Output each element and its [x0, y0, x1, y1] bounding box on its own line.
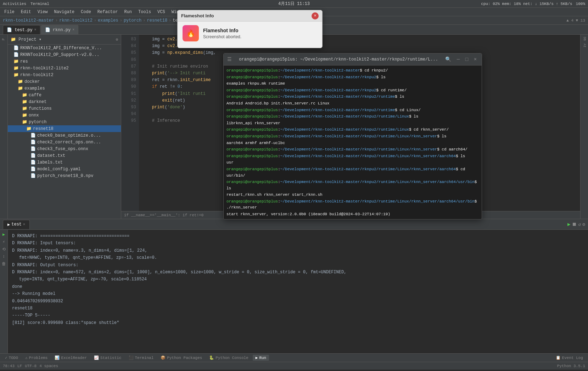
- tree-check3[interactable]: 📄check3_fuse_ops.onnx: [8, 145, 121, 152]
- tree-label: res: [20, 59, 28, 64]
- terminal-label[interactable]: Terminal: [30, 2, 49, 6]
- tree-label: docker: [24, 79, 40, 84]
- line-numbers: 83 84 85 86 87 88 89 90 91 92 93 94 95: [121, 35, 139, 211]
- sidebar-project-icon[interactable]: P: [1, 37, 6, 42]
- bottom-tab-python-packages[interactable]: 📦 Python Packages: [158, 355, 205, 361]
- bottom-tab-problems[interactable]: ⚠ Problems: [22, 355, 50, 361]
- tree-caffe[interactable]: 📁caffe: [8, 92, 121, 98]
- tree-label: RKNNToolKit2_API_Difference_V...: [20, 46, 102, 51]
- bottom-tab-event-log[interactable]: 📋 Event Log: [553, 355, 586, 361]
- breadcrumb-item-2[interactable]: rknn-toolkit2: [59, 18, 93, 23]
- run-bar-wrap[interactable]: ⟲: [2, 247, 6, 252]
- term-line-18: restart_rknn.sh rknn_server start_rknn.s…: [226, 192, 479, 198]
- tree-label: pytorch: [29, 120, 46, 125]
- project-tree: 📁 Project ▾ ⚙ 📄RKNNToolKit2_API_Differen…: [8, 35, 121, 219]
- run-settings-icon[interactable]: ⚙: [582, 222, 585, 227]
- tree-examples[interactable]: 📁examples: [8, 85, 121, 92]
- menu-edit[interactable]: Edit: [18, 9, 34, 15]
- flameshot-title-text: Flameshot Info: [181, 13, 312, 18]
- status-python-version: Python 3.5.1: [557, 364, 585, 368]
- project-tree-header: 📁 Project ▾ ⚙: [8, 35, 121, 45]
- tab-test-py[interactable]: 📄 test.py ×: [3, 25, 40, 34]
- flameshot-app-title: Flameshot Info: [203, 28, 241, 33]
- bottom-tab-statistic[interactable]: 📈 Statistic: [91, 355, 124, 361]
- menu-tools[interactable]: Tools: [135, 9, 154, 15]
- term-line-14: orangepi@orangepi5plus:~/Development/rkn…: [226, 153, 479, 160]
- run-reload-icon[interactable]: ↺: [578, 222, 581, 227]
- bottom-tab-terminal[interactable]: ⬛ Terminal: [126, 355, 157, 361]
- todo-icon: ✓: [5, 355, 7, 360]
- tab-test-py-label: 📄 test.py: [7, 27, 33, 33]
- menu-vcs[interactable]: VCS: [155, 9, 168, 15]
- bottom-tab-todo[interactable]: ✓ TODO: [2, 355, 21, 361]
- bottom-tab-run[interactable]: ▶ Run: [253, 355, 269, 361]
- tab-rknn-py-close[interactable]: ×: [72, 28, 74, 32]
- menu-file[interactable]: File: [1, 9, 17, 15]
- run-panel: ▶ test × ▶ ⏹ ↺ ⚙ ▶ ⚡ ⟲ ↕ 🗑 D RKNNAPI: ==…: [0, 219, 588, 353]
- tree-res[interactable]: 📁res: [8, 58, 121, 65]
- tree-dataset[interactable]: 📄dataset.txt: [8, 152, 121, 159]
- tree-model-config[interactable]: 📄model_config.yaml: [8, 166, 121, 172]
- run-bar-play[interactable]: ▶: [2, 232, 5, 237]
- tree-onnx[interactable]: 📁onnx: [8, 112, 121, 119]
- tree-toolkit-lite2[interactable]: 📁rknn-toolkit2-lite2: [8, 65, 121, 72]
- bottom-tab-python-console[interactable]: 🐍 Python Console: [206, 355, 251, 361]
- run-line-8: done: [12, 283, 584, 290]
- tree-rknnapi-op[interactable]: 📄RKNNToolKit2_OP_Support-v2.0...: [8, 51, 121, 58]
- system-bar: Activities Terminal 4月11日 11:13 cpu: 02%…: [0, 0, 588, 8]
- system-bar-clock: 4月11日 11:13: [278, 1, 310, 7]
- run-bar-trash[interactable]: 🗑: [2, 261, 6, 267]
- tree-functions[interactable]: 📁functions: [8, 105, 121, 112]
- tree-label: RKNNToolKit2_OP_Support-v2.0...: [20, 52, 99, 57]
- tab-test-py-close[interactable]: ×: [34, 28, 37, 32]
- bottom-tab-excel[interactable]: 📊 ExcelReader: [52, 355, 90, 361]
- breadcrumb-item-1[interactable]: rknn-toolkit2-master: [3, 18, 54, 23]
- project-label: 📁 Project ▾: [11, 37, 114, 42]
- tree-check0[interactable]: 📄check0_base_optimize.o...: [8, 132, 121, 139]
- tree-check2[interactable]: 📄check2_correct_ops.onn...: [8, 139, 121, 145]
- sidebar-aicode-icon[interactable]: AI: [583, 44, 586, 47]
- python-packages-label: Python Packages: [167, 356, 202, 360]
- tab-rknn-py[interactable]: 📄 rknn.py ×: [41, 25, 79, 34]
- terminal-minimize-btn[interactable]: ─: [455, 57, 461, 62]
- run-stop-icon[interactable]: ⏹: [572, 222, 577, 227]
- activities-label[interactable]: Activities: [3, 2, 26, 6]
- run-line-2: D RKNNAPI: Input tensors:: [12, 240, 584, 247]
- tree-darknet[interactable]: 📁darknet: [8, 98, 121, 105]
- tree-label: darknet: [29, 99, 46, 104]
- terminal-search-icon[interactable]: 🔍: [445, 56, 451, 62]
- flameshot-close-button[interactable]: ×: [312, 12, 319, 19]
- flameshot-icon: 🔥: [183, 25, 199, 41]
- breadcrumb-item-3[interactable]: examples: [98, 18, 118, 23]
- terminal-close-btn[interactable]: ×: [472, 57, 478, 62]
- sidebar-database-icon[interactable]: DB: [583, 37, 586, 41]
- menu-refactor[interactable]: Refactor: [95, 9, 121, 15]
- run-tab-close[interactable]: ×: [23, 223, 25, 227]
- tree-labels[interactable]: 📄labels.txt: [8, 159, 121, 166]
- menu-view[interactable]: View: [35, 9, 51, 15]
- terminal-hamburger-icon[interactable]: ☰: [227, 56, 232, 62]
- run-tab-test[interactable]: ▶ test ×: [3, 220, 30, 229]
- run-bar-filter[interactable]: ⚡: [2, 239, 5, 245]
- terminal-maximize-btn[interactable]: □: [464, 57, 470, 62]
- tree-pytorch[interactable]: 📁pytorch: [8, 119, 121, 125]
- tree-rknnapi-diff[interactable]: 📄RKNNToolKit2_API_Difference_V...: [8, 45, 121, 51]
- menu-run[interactable]: Run: [121, 9, 135, 15]
- run-tab-label: test: [11, 222, 22, 227]
- menu-navigate[interactable]: Navigate: [51, 9, 77, 15]
- run-play-icon[interactable]: ▶: [567, 221, 570, 227]
- run-bar-scroll[interactable]: ↕: [2, 254, 5, 259]
- tree-pytorch-resnet[interactable]: 📄pytorch_resnet18_0.npv: [8, 172, 121, 179]
- breadcrumb-item-4[interactable]: pytorch: [124, 18, 141, 23]
- python-console-label: Python Console: [215, 356, 248, 360]
- run-line-10: 0.046467026999938032: [12, 298, 584, 305]
- tree-label: resnet18: [33, 126, 54, 131]
- breadcrumb-item-5[interactable]: resnet18: [147, 18, 168, 23]
- project-actions[interactable]: ⚙: [116, 37, 118, 42]
- tree-resnet18[interactable]: 📁resnet18: [8, 125, 121, 132]
- tree-toolkit2[interactable]: 📁rknn-toolkit2: [8, 72, 121, 78]
- menu-code[interactable]: Code: [78, 9, 94, 15]
- tree-docker[interactable]: 📁docker: [8, 78, 121, 85]
- flameshot-body: 🔥 Flameshot Info Screenshot aborted.: [178, 22, 322, 45]
- run-output: D RKNNAPI: =============================…: [8, 230, 588, 353]
